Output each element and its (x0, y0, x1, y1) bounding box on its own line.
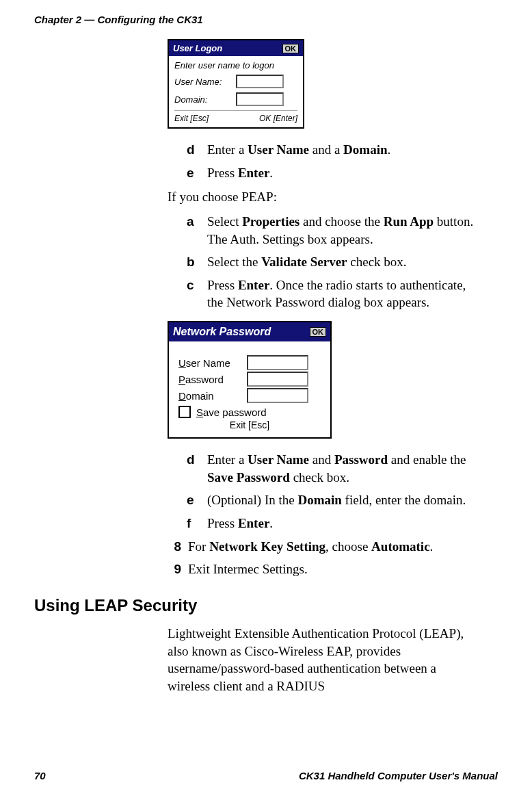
text: . (269, 516, 273, 530)
username-input[interactable] (236, 75, 284, 88)
step-b: b Select the Validate Server check box. (187, 253, 477, 271)
bold-text: Enter (238, 278, 269, 292)
exit-hint: Exit [Esc] (174, 114, 209, 123)
password-input[interactable] (247, 372, 308, 387)
text: and choose the (300, 214, 383, 229)
exit-hint: Exit [Esc] (230, 419, 269, 430)
step-8: 8 For Network Key Setting, choose Automa… (168, 538, 477, 556)
step-9: 9 Exit Intermec Settings. (168, 560, 477, 578)
bold-text: Run App (384, 214, 434, 229)
text: and a (309, 142, 343, 157)
dialog-titlebar: User Logon OK (169, 40, 303, 56)
step-c: c Press Enter. Once the radio starts to … (187, 276, 477, 311)
text: Enter a (207, 142, 248, 157)
text: Press (207, 516, 238, 530)
text: . (269, 166, 273, 180)
bold-text: Network Key Setting (209, 539, 325, 554)
text: Select the (207, 255, 261, 269)
peap-intro: If you choose PEAP: (168, 188, 477, 206)
ok-hint: OK [Enter] (259, 114, 297, 123)
dialog-title: Network Password (173, 326, 271, 338)
bold-text: Validate Server (261, 255, 347, 269)
list-marker: f (187, 515, 207, 532)
bold-text: User Name (248, 452, 309, 467)
bold-text: Properties (242, 214, 300, 229)
step-d: d Enter a User Name and a Domain. (187, 141, 477, 159)
domain-label: Domain (178, 390, 247, 402)
step-d2: d Enter a User Name and Password and ena… (187, 451, 477, 486)
bold-text: Domain (343, 142, 387, 157)
bold-text: Automatic (371, 539, 429, 554)
text: Enter a (207, 452, 248, 467)
username-label: User Name (178, 357, 247, 369)
save-password-label: Save password (196, 406, 267, 418)
text: (Optional) In the (207, 493, 297, 507)
text: , choose (325, 539, 371, 554)
step-e2: e (Optional) In the Domain field, enter … (187, 491, 477, 509)
list-marker: d (187, 451, 207, 486)
text: and enable the (388, 452, 466, 467)
list-marker: 8 (168, 538, 188, 556)
domain-input[interactable] (236, 92, 284, 106)
text: Select (207, 214, 242, 229)
ok-button[interactable]: OK (282, 44, 300, 53)
text: check box. (347, 255, 407, 269)
list-marker: d (187, 141, 207, 159)
password-label: Password (178, 374, 247, 385)
text: Press (207, 166, 238, 180)
username-label: User Name: (174, 77, 236, 87)
chapter-header: Chapter 2 — Configuring the CK31 (34, 14, 498, 25)
main-content: User Logon OK Enter user name to logon U… (168, 39, 477, 578)
step-a: a Select Properties and choose the Run A… (187, 213, 477, 248)
manual-title: CK31 Handheld Computer User's Manual (299, 770, 498, 781)
dialog-prompt: Enter user name to logon (174, 60, 297, 70)
text: field, enter the domain. (342, 493, 466, 507)
bold-text: Domain (297, 493, 341, 507)
text: . (430, 539, 434, 554)
list-marker: b (187, 253, 207, 271)
text: For (188, 539, 209, 554)
dialog-title: User Logon (173, 43, 222, 53)
list-marker: a (187, 213, 207, 248)
ok-button[interactable]: OK (310, 327, 327, 337)
domain-input[interactable] (247, 388, 308, 403)
page-number: 70 (34, 770, 46, 781)
bold-text: User Name (248, 142, 309, 157)
step-e: e Press Enter. (187, 164, 477, 182)
dialog-titlebar: Network Password OK (169, 322, 330, 341)
username-input[interactable] (247, 355, 308, 370)
network-password-dialog: Network Password OK User Name Password D… (168, 321, 332, 439)
text: Exit Intermec Settings. (188, 560, 477, 578)
page-footer: 70 CK31 Handheld Computer User's Manual (34, 770, 498, 781)
list-marker: 9 (168, 560, 188, 578)
bold-text: Enter (238, 166, 269, 180)
list-marker: e (187, 164, 207, 182)
list-marker: c (187, 276, 207, 311)
text: . (387, 142, 390, 157)
bold-text: Enter (238, 516, 269, 530)
bold-text: Save Password (207, 470, 290, 484)
leap-paragraph: Lightweight Extensible Authentication Pr… (168, 625, 477, 695)
domain-label: Domain: (174, 94, 236, 105)
text: check box. (290, 470, 349, 484)
bold-text: Password (334, 452, 388, 467)
save-password-checkbox[interactable] (178, 406, 191, 418)
text: and (309, 452, 334, 467)
text: Press (207, 278, 238, 292)
section-heading-leap: Using LEAP Security (34, 596, 498, 615)
user-logon-dialog: User Logon OK Enter user name to logon U… (168, 39, 304, 129)
step-f: f Press Enter. (187, 515, 477, 532)
list-marker: e (187, 491, 207, 509)
